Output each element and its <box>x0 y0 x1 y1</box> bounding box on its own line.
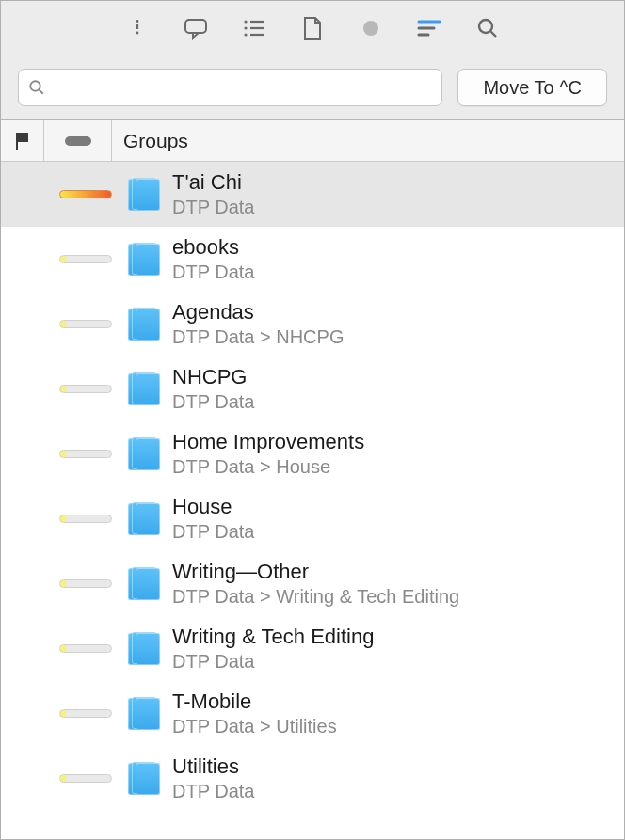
row-icon-cell <box>120 243 167 277</box>
row-title: Home Improvements <box>172 430 624 454</box>
row-path: DTP Data <box>172 780 624 802</box>
row-rating-cell <box>52 385 120 393</box>
row-text: T-MobileDTP Data > Utilities <box>167 689 624 737</box>
row-rating-cell <box>52 190 120 198</box>
list-row[interactable]: Writing—OtherDTP Data > Writing & Tech E… <box>1 551 624 616</box>
search-icon <box>28 79 45 96</box>
row-text: AgendasDTP Data > NHCPG <box>167 300 624 347</box>
row-text: NHCPGDTP Data <box>167 365 624 412</box>
row-rating-cell <box>52 709 120 718</box>
row-text: Home ImprovementsDTP Data > House <box>167 430 624 477</box>
row-path: DTP Data <box>172 196 624 218</box>
toolbar <box>1 1 624 55</box>
header-groups[interactable]: Groups <box>112 120 624 161</box>
svg-line-15 <box>490 31 496 37</box>
rating-pill <box>59 450 112 458</box>
row-text: HouseDTP Data <box>167 495 624 542</box>
search-input[interactable] <box>51 78 432 98</box>
document-icon[interactable] <box>300 16 325 40</box>
rating-pill <box>59 709 112 718</box>
svg-point-4 <box>244 20 247 23</box>
row-title: Utilities <box>172 754 624 779</box>
row-path: DTP Data > NHCPG <box>172 325 624 348</box>
list-row[interactable]: UtilitiesDTP Data <box>1 746 624 811</box>
svg-point-14 <box>479 20 492 33</box>
row-title: Agendas <box>172 300 624 325</box>
row-title: Writing & Tech Editing <box>172 625 624 649</box>
row-rating-cell <box>52 320 120 328</box>
list-row[interactable]: NHCPGDTP Data <box>1 357 624 421</box>
row-rating-cell <box>52 515 120 523</box>
row-rating-cell <box>52 774 120 783</box>
rating-pill <box>59 579 112 588</box>
row-title: T-Mobile <box>172 689 624 714</box>
group-icon <box>128 697 158 731</box>
svg-rect-19 <box>17 133 28 142</box>
group-icon <box>128 437 158 471</box>
header-flag[interactable] <box>1 120 44 161</box>
column-headers: Groups <box>1 120 624 162</box>
row-path: DTP Data <box>172 390 624 413</box>
search-toolbar-icon[interactable] <box>475 16 500 40</box>
comment-icon[interactable] <box>184 16 208 40</box>
row-path: DTP Data > Utilities <box>172 715 624 737</box>
list-row[interactable]: HouseDTP Data <box>1 486 624 551</box>
rating-pill <box>59 515 112 523</box>
list-row[interactable]: Writing & Tech EditingDTP Data <box>1 616 624 681</box>
row-text: ebooksDTP Data <box>167 235 624 282</box>
svg-point-8 <box>244 33 247 36</box>
group-icon <box>128 502 158 536</box>
group-icon <box>128 308 158 341</box>
move-to-button[interactable]: Move To ^C <box>457 69 607 106</box>
group-icon <box>128 762 158 796</box>
row-path: DTP Data <box>172 650 624 673</box>
row-path: DTP Data > House <box>172 455 624 478</box>
groups-list: T'ai ChiDTP DataebooksDTP DataAgendasDTP… <box>1 162 624 840</box>
list-row[interactable]: AgendasDTP Data > NHCPG <box>1 292 624 357</box>
filter-icon[interactable] <box>417 16 441 40</box>
row-icon-cell <box>120 697 167 731</box>
row-path: DTP Data <box>172 520 624 543</box>
group-icon <box>128 372 158 406</box>
group-icon <box>128 632 158 666</box>
row-icon-cell <box>120 502 167 536</box>
svg-point-10 <box>363 21 378 36</box>
row-rating-cell <box>52 255 120 263</box>
svg-rect-3 <box>185 20 206 33</box>
row-icon-cell <box>120 632 167 666</box>
row-path: DTP Data <box>172 261 624 283</box>
search-field[interactable] <box>18 69 442 106</box>
row-rating-cell <box>52 450 120 458</box>
list-row[interactable]: T'ai ChiDTP Data <box>1 162 624 227</box>
row-icon-cell <box>120 567 167 601</box>
list-row[interactable]: Home ImprovementsDTP Data > House <box>1 421 624 486</box>
list-row[interactable]: ebooksDTP Data <box>1 227 624 292</box>
rating-pill <box>59 320 112 328</box>
svg-point-6 <box>244 26 247 29</box>
svg-line-17 <box>39 89 43 94</box>
rating-pill <box>59 255 112 263</box>
group-icon <box>128 178 158 212</box>
group-icon <box>128 567 158 601</box>
row-text: UtilitiesDTP Data <box>167 754 624 801</box>
row-title: ebooks <box>172 235 624 260</box>
group-icon <box>128 243 158 277</box>
rating-pill <box>59 190 112 198</box>
row-title: Writing—Other <box>172 560 624 584</box>
row-text: Writing—OtherDTP Data > Writing & Tech E… <box>167 560 624 607</box>
dot-icon[interactable] <box>359 16 383 40</box>
row-icon-cell <box>120 178 167 212</box>
row-text: Writing & Tech EditingDTP Data <box>167 625 624 672</box>
row-rating-cell <box>52 579 120 588</box>
svg-point-2 <box>136 20 139 23</box>
list-icon[interactable] <box>242 16 266 40</box>
list-row[interactable]: T-MobileDTP Data > Utilities <box>1 681 624 746</box>
row-title: T'ai Chi <box>172 170 624 195</box>
row-icon-cell <box>120 762 167 796</box>
header-rating[interactable] <box>44 120 112 161</box>
row-rating-cell <box>52 644 120 653</box>
info-icon[interactable] <box>125 16 150 40</box>
rating-pill <box>59 774 112 783</box>
row-icon-cell <box>120 308 167 341</box>
rating-pill <box>59 385 112 393</box>
